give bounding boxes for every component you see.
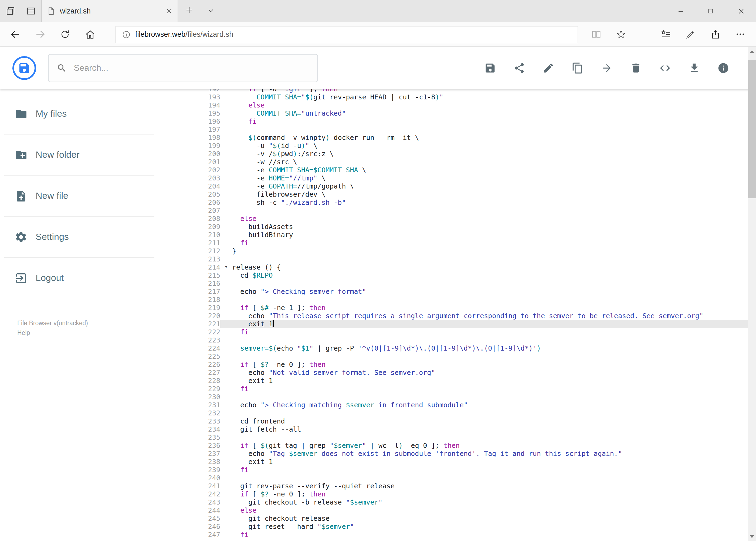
- code-line[interactable]: 247 fi: [162, 530, 756, 539]
- code-line[interactable]: 235: [162, 433, 756, 441]
- back-button[interactable]: [3, 24, 28, 45]
- code-line[interactable]: 193 COMMIT_SHA="$(git rev-parse HEAD | c…: [162, 93, 756, 101]
- scrollbar-thumb[interactable]: [748, 60, 756, 198]
- code-line[interactable]: 241 git rev-parse --verify --quiet relea…: [162, 482, 756, 490]
- refresh-button[interactable]: [53, 24, 78, 45]
- share-button[interactable]: [504, 54, 534, 83]
- code-line[interactable]: 202 -e COMMIT_SHA=$COMMIT_SHA \: [162, 166, 756, 174]
- code-line[interactable]: 223: [162, 336, 756, 344]
- code-line[interactable]: 196 fi: [162, 117, 756, 125]
- search-box[interactable]: [48, 54, 318, 82]
- maximize-button[interactable]: [695, 0, 726, 22]
- code-line[interactable]: 233 cd frontend: [162, 417, 756, 425]
- code-line[interactable]: 192 if [ -d ".git" ]; then: [162, 89, 756, 93]
- code-line[interactable]: 195 COMMIT_SHA="untracked": [162, 109, 756, 117]
- code-line[interactable]: 222 fi: [162, 328, 756, 336]
- share-page-button[interactable]: [703, 24, 728, 45]
- code-line[interactable]: 237 echo "Tag $semver does not exist in …: [162, 449, 756, 457]
- code-line[interactable]: 240: [162, 474, 756, 482]
- code-line[interactable]: 224 semver=$(echo "$1" | grep -P '^v(0|[…: [162, 344, 756, 352]
- code-line[interactable]: 201 -w //src \: [162, 158, 756, 166]
- tab-close-button[interactable]: [166, 7, 172, 15]
- add-favorite-button[interactable]: [609, 24, 633, 45]
- minimize-button[interactable]: [665, 0, 695, 22]
- sidebar-item-my-files[interactable]: My files: [0, 94, 162, 135]
- code-line[interactable]: 229 fi: [162, 385, 756, 393]
- forward-button[interactable]: [28, 24, 53, 45]
- code-line[interactable]: 226 if [ $? -ne 0 ]; then: [162, 360, 756, 368]
- code-line[interactable]: 238 exit 1: [162, 457, 756, 466]
- page-scrollbar[interactable]: [748, 47, 756, 541]
- info-button[interactable]: [708, 54, 738, 83]
- delete-button[interactable]: [621, 54, 650, 83]
- code-line[interactable]: 228 exit 1: [162, 376, 756, 385]
- code-line[interactable]: 236 if [ $(git tag | grep "$semver" | wc…: [162, 441, 756, 449]
- rename-button[interactable]: [534, 54, 563, 83]
- fold-marker-icon[interactable]: ▾: [220, 263, 232, 271]
- tab-preview-chevron-button[interactable]: [200, 0, 221, 22]
- search-input[interactable]: [74, 63, 309, 73]
- new-tab-button[interactable]: [178, 0, 200, 22]
- code-line[interactable]: 213: [162, 255, 756, 263]
- code-line[interactable]: 208 else: [162, 215, 756, 223]
- code-line[interactable]: 197: [162, 125, 756, 134]
- code-line[interactable]: 207: [162, 206, 756, 215]
- address-bar[interactable]: filebrowser.web/files/wizard.sh: [115, 26, 579, 43]
- scroll-up-arrow[interactable]: [748, 47, 756, 56]
- code-line[interactable]: 218: [162, 295, 756, 303]
- code-line[interactable]: 217 echo "> Checking semver format": [162, 287, 756, 295]
- code-line[interactable]: 221 exit 1: [162, 320, 756, 328]
- code-line[interactable]: 215 cd $REPO: [162, 271, 756, 279]
- code-line[interactable]: 203 -e HOME="//tmp" \: [162, 174, 756, 182]
- site-info-icon[interactable]: [122, 30, 130, 39]
- scroll-down-arrow[interactable]: [748, 532, 756, 541]
- code-line[interactable]: 244 else: [162, 506, 756, 514]
- download-button[interactable]: [679, 54, 708, 83]
- code-line[interactable]: 242 if [ $? -ne 0 ]; then: [162, 490, 756, 498]
- raw-code-button[interactable]: [650, 54, 679, 83]
- hub-button[interactable]: [654, 24, 678, 45]
- code-line[interactable]: 205 filebrowser/dev \: [162, 190, 756, 198]
- code-line[interactable]: 206 sh -c "./wizard.sh -b": [162, 198, 756, 206]
- code-line[interactable]: 210 buildBinary: [162, 231, 756, 239]
- code-line[interactable]: 199 -u "$(id -u)" \: [162, 142, 756, 150]
- more-options-button[interactable]: [728, 24, 753, 45]
- tabs-preview-button[interactable]: [21, 0, 41, 22]
- sidebar-item-new-file[interactable]: New file: [0, 176, 162, 217]
- code-line[interactable]: 220 echo "This release script requires a…: [162, 312, 756, 320]
- code-line[interactable]: 227 echo "Not valid semver format. See s…: [162, 368, 756, 376]
- code-line[interactable]: 214▾release () {: [162, 263, 756, 271]
- code-editor[interactable]: 192 if [ -d ".git" ]; then193 COMMIT_SHA…: [162, 89, 756, 541]
- code-line[interactable]: 243 git checkout -b release "$semver": [162, 498, 756, 506]
- code-line[interactable]: 211 fi: [162, 239, 756, 247]
- code-line[interactable]: 219 if [ $# -ne 1 ]; then: [162, 303, 756, 312]
- move-button[interactable]: [592, 54, 621, 83]
- code-line[interactable]: 212}: [162, 247, 756, 255]
- code-line[interactable]: 209 buildAssets: [162, 223, 756, 231]
- code-line[interactable]: 246 git reset --hard "$semver": [162, 522, 756, 530]
- code-line[interactable]: 231 echo "> Checking matching $semver in…: [162, 401, 756, 409]
- window-close-button[interactable]: [726, 0, 756, 22]
- code-line[interactable]: 239 fi: [162, 466, 756, 474]
- code-line[interactable]: 198 $(command -v winpty) docker run --rm…: [162, 134, 756, 142]
- copy-button[interactable]: [563, 54, 592, 83]
- code-line[interactable]: 245 git checkout release: [162, 514, 756, 522]
- web-note-button[interactable]: [678, 24, 703, 45]
- filebrowser-logo[interactable]: [12, 56, 36, 80]
- code-line[interactable]: 200 -v /$(pwd):/src:z \: [162, 150, 756, 158]
- sidebar-item-settings[interactable]: Settings: [0, 217, 162, 258]
- help-link[interactable]: Help: [17, 328, 162, 337]
- sidebar-item-new-folder[interactable]: New folder: [0, 135, 162, 176]
- code-line[interactable]: 194 else: [162, 101, 756, 109]
- code-line[interactable]: 234 git fetch --all: [162, 425, 756, 433]
- code-line[interactable]: 225: [162, 352, 756, 360]
- save-button[interactable]: [475, 54, 504, 83]
- home-button[interactable]: [78, 24, 102, 45]
- code-line[interactable]: 232: [162, 409, 756, 417]
- code-line[interactable]: 204 -e GOPATH=//tmp/gopath \: [162, 182, 756, 190]
- code-line[interactable]: 230: [162, 393, 756, 401]
- code-line[interactable]: 216: [162, 279, 756, 287]
- reading-view-button[interactable]: [584, 24, 609, 45]
- tab-wizard-sh[interactable]: wizard.sh: [41, 0, 178, 22]
- sidebar-item-logout[interactable]: Logout: [0, 258, 162, 299]
